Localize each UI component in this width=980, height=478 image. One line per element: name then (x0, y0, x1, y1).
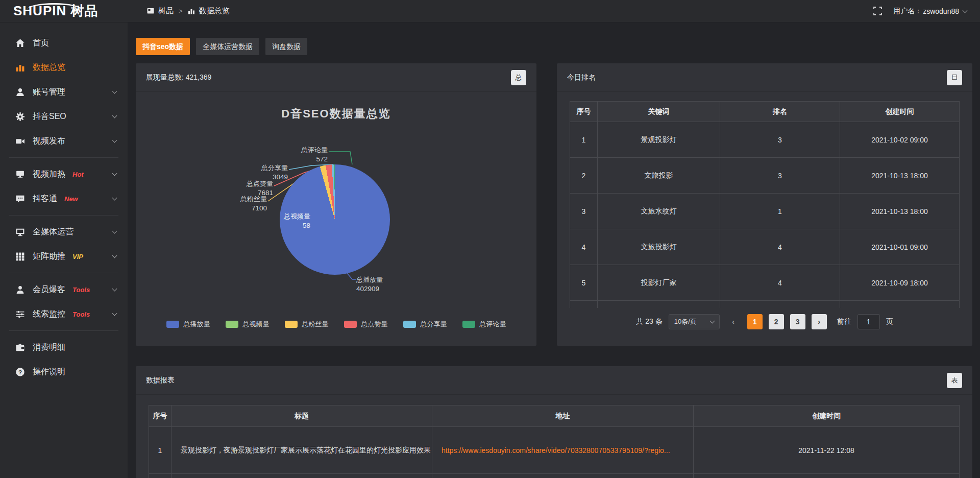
question-icon: ? (15, 367, 25, 377)
legend-item-play[interactable]: 总播放量 (166, 320, 210, 329)
sidebar-item-member[interactable]: 会员爆客 Tools (0, 277, 128, 302)
gear-icon (15, 112, 25, 122)
tools-badge: Tools (72, 310, 90, 318)
fullscreen-icon[interactable] (873, 7, 882, 15)
chart-legend: 总播放量 总视频量 总粉丝量 总点赞量 总分享量 总评论量 (136, 320, 536, 329)
sidebar-item-label: 首页 (33, 38, 49, 49)
panel-title: 数据报表 (146, 376, 175, 385)
user-icon (15, 87, 25, 97)
sidebar-item-clue-monitor[interactable]: 线索监控 Tools (0, 302, 128, 326)
col-created: 创建时间 (694, 405, 960, 427)
goto-label: 前往 (837, 317, 851, 326)
table-badge-button[interactable]: 表 (947, 373, 962, 388)
chat-icon (15, 194, 25, 204)
table-row: 1景观投影灯32021-10-02 09:00 (570, 122, 960, 158)
data-tabs: 抖音seo数据 全媒体运营数据 询盘数据 (136, 38, 972, 55)
table-row: 4文旅投影灯42021-10-01 09:00 (570, 229, 960, 265)
sidebar-item-label: 数据总览 (33, 62, 65, 73)
table-row: 5投影灯厂家42021-10-09 18:00 (570, 265, 960, 301)
breadcrumb-root[interactable]: 树品 (158, 6, 174, 16)
page-button-3[interactable]: 3 (790, 314, 805, 329)
legend-item-share[interactable]: 总分享量 (403, 320, 447, 329)
col-index: 序号 (149, 405, 172, 427)
legend-chip (344, 321, 357, 328)
chevron-down-icon (963, 8, 968, 13)
sidebar-item-douketong[interactable]: 抖客通 New (0, 186, 128, 211)
legend-chip (403, 321, 416, 328)
video-title-cell: 景观投影灯，夜游景观投影灯厂家展示展示落花灯在花园里的灯光投影应用效果 # (172, 427, 432, 474)
grid-icon (15, 252, 25, 261)
pie-label-play: 总播放量402909 (356, 276, 388, 293)
username: zswodun88 (923, 7, 959, 15)
sidebar-item-video-heat[interactable]: 视频加热 Hot (0, 162, 128, 186)
sidebar-item-label: 矩阵助推 (33, 251, 65, 262)
tools-badge: Tools (72, 286, 90, 294)
pie-label-video: 总视频量58 (279, 212, 310, 230)
chevron-down-icon (112, 138, 117, 143)
pie-label-comment: 总评论量572 (296, 146, 328, 163)
sidebar-divider (9, 215, 118, 216)
table-row-clipped (570, 301, 960, 308)
sidebar-item-video-publish[interactable]: 视频发布 (0, 129, 128, 153)
next-page-button[interactable]: › (812, 314, 827, 329)
col-created: 创建时间 (840, 102, 960, 122)
goto-suffix: 页 (886, 317, 893, 326)
tab-inquiry[interactable]: 询盘数据 (265, 38, 307, 55)
col-keyword: 关键词 (598, 102, 720, 122)
sidebar-divider (9, 273, 118, 273)
col-url: 地址 (432, 405, 694, 427)
sidebar-item-douyin-seo[interactable]: 抖音SEO (0, 104, 128, 129)
sidebar-item-consume[interactable]: 消费明细 (0, 335, 128, 360)
chevron-down-icon (709, 319, 715, 324)
tab-media-ops[interactable]: 全媒体运营数据 (196, 38, 259, 55)
person-icon (15, 285, 25, 295)
sidebar-item-help[interactable]: ? 操作说明 (0, 360, 128, 384)
day-badge-button[interactable]: 日 (947, 70, 962, 85)
total-badge-button[interactable]: 总 (511, 70, 526, 85)
video-link[interactable]: https://www.iesdouyin.com/share/video/70… (442, 446, 670, 455)
tab-douyin-seo[interactable]: 抖音seo数据 (136, 38, 190, 55)
col-rank: 排名 (720, 102, 840, 122)
sidebar-item-label: 账号管理 (33, 87, 65, 98)
sidebar-item-label: 全媒体运营 (33, 227, 74, 237)
video-camera-icon (15, 136, 25, 146)
sidebar-item-home[interactable]: 首页 (0, 31, 128, 55)
goto-page-input[interactable] (857, 314, 880, 329)
legend-item-fans[interactable]: 总粉丝量 (285, 320, 329, 329)
sidebar-item-label: 视频发布 (33, 136, 65, 147)
sidebar-item-account[interactable]: 账号管理 (0, 80, 128, 104)
panel-title: 今日排名 (567, 73, 596, 82)
screen-icon (15, 170, 25, 179)
chevron-down-icon (112, 113, 117, 118)
logo: SHUPIN 树品 (0, 2, 128, 20)
legend-item-video[interactable]: 总视频量 (226, 320, 270, 329)
monitor-icon (15, 227, 25, 237)
leader-line-comment (329, 152, 352, 164)
bar-chart-icon (15, 63, 25, 73)
prev-page-button[interactable]: ‹ (726, 314, 741, 329)
pie-chart: D音SEO数据量总览 总评论量572 总分享量3049 总点赞量7681 总粉丝… (136, 92, 536, 346)
user-menu[interactable]: 用户名：zswodun88 (893, 7, 967, 16)
sidebar-item-data-overview[interactable]: 数据总览 (0, 55, 128, 80)
page-size-select[interactable]: 10条/页 (669, 314, 720, 329)
sidebar-item-label: 消费明细 (33, 342, 65, 353)
svg-text:?: ? (18, 368, 22, 375)
overview-panel: 展现量总数: 421,369 总 D音SEO数据量总览 总评论量572 总分享量… (136, 63, 536, 346)
legend-item-like[interactable]: 总点赞量 (344, 320, 388, 329)
legend-item-comment[interactable]: 总评论量 (462, 320, 506, 329)
app-icon (147, 8, 154, 15)
sidebar-item-label: 操作说明 (33, 367, 65, 377)
breadcrumb: 树品 > 数据总览 (147, 6, 230, 16)
sidebar-divider (9, 330, 118, 331)
table-row-clipped (149, 474, 960, 478)
sidebar-item-media-ops[interactable]: 全媒体运营 (0, 220, 128, 244)
username-label: 用户名： (893, 7, 922, 16)
table-row: 1 景观投影灯，夜游景观投影灯厂家展示展示落花灯在花园里的灯光投影应用效果 # … (149, 427, 960, 474)
wallet-icon (15, 343, 25, 352)
ranking-table: 序号 关键词 排名 创建时间 1景观投影灯32021-10-02 09:00 2… (570, 101, 960, 308)
chevron-down-icon (112, 229, 117, 234)
sidebar-item-matrix[interactable]: 矩阵助推 VIP (0, 244, 128, 269)
chevron-down-icon (112, 311, 117, 316)
page-button-1[interactable]: 1 (747, 314, 763, 329)
page-button-2[interactable]: 2 (769, 314, 784, 329)
